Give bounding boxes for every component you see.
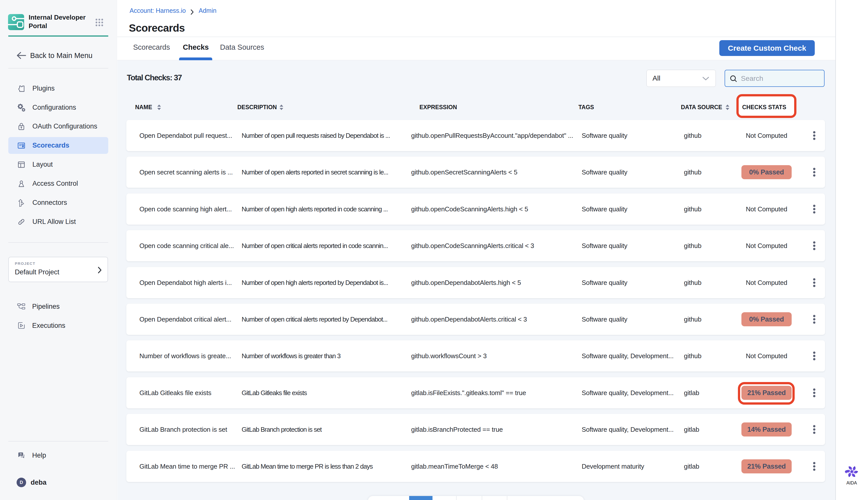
svg-text:?: ? <box>20 453 22 456</box>
